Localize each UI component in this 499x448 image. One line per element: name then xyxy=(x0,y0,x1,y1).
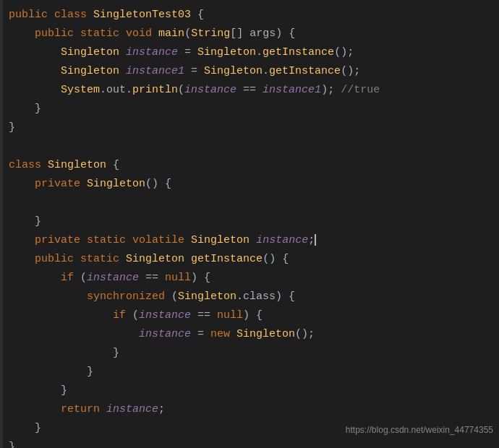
code-line-6: } xyxy=(6,100,499,119)
left-border xyxy=(0,0,3,448)
code-line-16: instance = new Singleton(); xyxy=(6,325,499,344)
code-line-22: } xyxy=(6,438,499,448)
code-line-2: public static void main(String[] args) { xyxy=(6,25,499,43)
code-line-1: public class SingletonTest03 { xyxy=(6,6,499,25)
code-line-15: if (instance == null) { xyxy=(6,306,499,325)
watermark: https://blog.csdn.net/weixin_44774355 xyxy=(346,421,493,439)
code-line-19: } xyxy=(6,382,499,400)
code-line-20: return instance; xyxy=(6,400,499,419)
code-line-blank2 xyxy=(6,194,499,212)
code-line-5: System.out.println(instance == instance1… xyxy=(6,81,499,100)
code-line-4: Singleton instance1 = Singleton.getInsta… xyxy=(6,62,499,81)
code-line-9: private Singleton() { xyxy=(6,175,499,194)
code-line-17: } xyxy=(6,344,499,363)
code-line-12: public static Singleton getInstance() { xyxy=(6,250,499,269)
code-line-blank1 xyxy=(6,137,499,156)
code-line-3: Singleton instance = Singleton.getInstan… xyxy=(6,43,499,62)
code-line-18: } xyxy=(6,363,499,382)
code-line-10: } xyxy=(6,212,499,231)
code-line-14: synchronized (Singleton.class) { xyxy=(6,288,499,306)
code-line-8: class Singleton { xyxy=(6,156,499,175)
code-line-7: } xyxy=(6,119,499,137)
code-line-11: private static volatile Singleton instan… xyxy=(6,231,499,250)
code-editor: public class SingletonTest03 { public st… xyxy=(0,0,499,448)
code-line-13: if (instance == null) { xyxy=(6,269,499,288)
